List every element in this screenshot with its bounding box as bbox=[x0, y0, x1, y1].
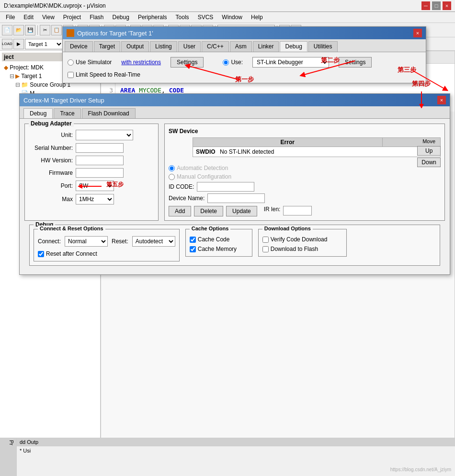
menu-edit[interactable]: Edit bbox=[20, 13, 37, 22]
sep1 bbox=[37, 25, 38, 35]
target-select[interactable]: Target 1 bbox=[25, 39, 63, 49]
swdio-badge: SWDIO bbox=[196, 148, 216, 155]
cache-options-box: Cache Options Cache Code Cache Memory bbox=[185, 229, 252, 257]
delete-btn[interactable]: Delete bbox=[194, 206, 223, 216]
use-simulator-label: Use Simulator bbox=[68, 59, 112, 66]
dtab-listing[interactable]: Listing bbox=[150, 41, 177, 52]
download-to-flash-checkbox[interactable] bbox=[262, 246, 269, 252]
sw-no-link: SWDIO No ST-LINK detected bbox=[193, 147, 441, 157]
dtab-device[interactable]: Device bbox=[65, 41, 93, 52]
unit-select[interactable] bbox=[76, 130, 133, 140]
annotation-step5: 第五步 bbox=[106, 181, 124, 189]
ctab-flash-download[interactable]: Flash Download bbox=[82, 108, 136, 118]
toolbar-save[interactable]: 💾 bbox=[25, 25, 35, 35]
down-btn[interactable]: Down bbox=[417, 158, 441, 167]
port-label: Port: bbox=[30, 182, 73, 189]
reset-select[interactable]: Autodetect Software bbox=[132, 236, 175, 247]
use-debugger-radio[interactable] bbox=[223, 59, 229, 66]
step5-arrow bbox=[78, 182, 106, 190]
firmware-row: Firmware bbox=[30, 168, 153, 178]
dtab-output[interactable]: Output bbox=[121, 41, 149, 52]
bottom-panel: Pr dd Outp * Usi bbox=[0, 438, 455, 476]
debugger-combo[interactable]: ST-Link Debugger bbox=[252, 57, 329, 68]
sidebar-header-label: ject bbox=[4, 54, 14, 60]
dtab-debug[interactable]: Debug bbox=[280, 41, 307, 52]
menu-view[interactable]: View bbox=[38, 13, 58, 22]
dtab-user[interactable]: User bbox=[178, 41, 201, 52]
menu-file[interactable]: File bbox=[2, 13, 19, 22]
dtab-utilities[interactable]: Utilities bbox=[308, 41, 338, 52]
toolbar-t1[interactable]: LOAD bbox=[2, 39, 12, 49]
close-btn[interactable]: × bbox=[443, 1, 451, 10]
limit-speed-checkbox[interactable] bbox=[68, 72, 74, 78]
cache-code-checkbox[interactable] bbox=[190, 237, 196, 243]
dtab-linker[interactable]: Linker bbox=[253, 41, 279, 52]
debugger-settings-btn[interactable]: Settings bbox=[339, 57, 372, 68]
output-tab[interactable]: dd Outp bbox=[20, 439, 38, 445]
device-name-label: Device Name: bbox=[169, 195, 205, 202]
ir-len-input[interactable] bbox=[283, 206, 312, 215]
dialog-options-body: Use Simulator with restrictions Settings… bbox=[63, 52, 426, 83]
up-btn[interactable]: Up bbox=[417, 146, 441, 156]
debug-radio-group: Use Simulator with restrictions Settings… bbox=[68, 57, 421, 68]
menu-svcs[interactable]: SVCS bbox=[194, 13, 217, 22]
step4-arrow bbox=[407, 89, 436, 108]
menu-project[interactable]: Project bbox=[59, 13, 85, 22]
dtab-cpp[interactable]: C/C++ bbox=[202, 41, 229, 52]
manual-config-row: Manual Configuration bbox=[169, 173, 441, 180]
menu-flash[interactable]: Flash bbox=[86, 13, 107, 22]
port-row: Port: SW JTAG 第五步 bbox=[30, 181, 153, 191]
dialog-options-close[interactable]: × bbox=[413, 29, 422, 37]
cache-memory-checkbox[interactable] bbox=[190, 246, 196, 252]
manual-config-radio[interactable] bbox=[169, 174, 175, 180]
reset-after-connect-checkbox[interactable] bbox=[38, 251, 44, 257]
download-options-label: Download Options bbox=[262, 226, 313, 231]
debug-inner: Connect & Reset Options Connect: Normal … bbox=[34, 229, 436, 261]
menu-help[interactable]: Help bbox=[247, 13, 267, 22]
unit-row: Unit: bbox=[30, 130, 153, 140]
minimize-btn[interactable]: ─ bbox=[421, 1, 430, 10]
menu-debug[interactable]: Debug bbox=[109, 13, 133, 22]
device-name-input[interactable] bbox=[207, 193, 265, 203]
max-select[interactable]: 1MHz 2MHz 4MHz bbox=[76, 194, 114, 204]
serial-number-input[interactable] bbox=[76, 143, 124, 153]
firmware-input[interactable] bbox=[76, 168, 124, 178]
maximize-btn[interactable]: □ bbox=[432, 1, 441, 10]
sw-action-buttons: Add Delete Update IR len: bbox=[169, 206, 441, 216]
add-btn[interactable]: Add bbox=[169, 206, 191, 216]
dtab-asm[interactable]: Asm bbox=[230, 41, 252, 52]
simulator-settings-btn[interactable]: Settings bbox=[171, 57, 204, 68]
cortex-two-col: Debug Adapter Unit: Serial Number: HW Ve… bbox=[24, 124, 445, 221]
menu-tools[interactable]: Tools bbox=[172, 13, 193, 22]
toolbar-copy[interactable]: 📋 bbox=[51, 25, 62, 35]
with-restrictions-link[interactable]: with restrictions bbox=[121, 59, 161, 66]
auto-detect-radio[interactable] bbox=[169, 165, 175, 171]
verify-code-checkbox[interactable] bbox=[262, 237, 269, 243]
dialog-cortex: Cortex-M Target Driver Setup × Debug Tra… bbox=[19, 93, 450, 275]
hw-version-input[interactable] bbox=[76, 156, 124, 165]
toolbar-new[interactable]: 📄 bbox=[2, 25, 12, 35]
toolbar-t2[interactable]: ▶ bbox=[13, 39, 24, 49]
verify-code-row: Verify Code Download bbox=[262, 236, 342, 243]
move-label: Move bbox=[417, 138, 441, 144]
connect-select[interactable]: Normal Pre-reset bbox=[65, 236, 108, 247]
id-code-input[interactable] bbox=[197, 182, 254, 192]
cache-memory-label: Cache Memory bbox=[198, 246, 237, 252]
menu-window[interactable]: Window bbox=[218, 13, 246, 22]
update-btn[interactable]: Update bbox=[226, 206, 257, 216]
sw-right-buttons: Move Up Down bbox=[417, 138, 441, 167]
ctab-debug[interactable]: Debug bbox=[23, 108, 53, 118]
ctab-trace[interactable]: Trace bbox=[54, 108, 80, 118]
title-text: D:\example\MDK\MDK.uvprojx - µVision bbox=[4, 2, 106, 9]
download-to-flash-row: Download to Flash bbox=[262, 246, 342, 252]
reset-after-connect-row: Reset after Connect bbox=[38, 250, 175, 257]
use-simulator-radio[interactable] bbox=[68, 59, 74, 66]
watermark: https://blog.csdn.net/A_jziym bbox=[390, 467, 451, 472]
pr-tab[interactable]: Pr bbox=[0, 438, 17, 476]
dtab-target[interactable]: Target bbox=[94, 41, 120, 52]
menu-peripherals[interactable]: Peripherals bbox=[134, 13, 171, 22]
dialog-options-title: Options for Target 'Target 1' × bbox=[63, 27, 426, 39]
toolbar-cut[interactable]: ✂ bbox=[40, 25, 50, 35]
cortex-close-btn[interactable]: × bbox=[437, 96, 446, 104]
toolbar-open[interactable]: 📂 bbox=[13, 25, 24, 35]
